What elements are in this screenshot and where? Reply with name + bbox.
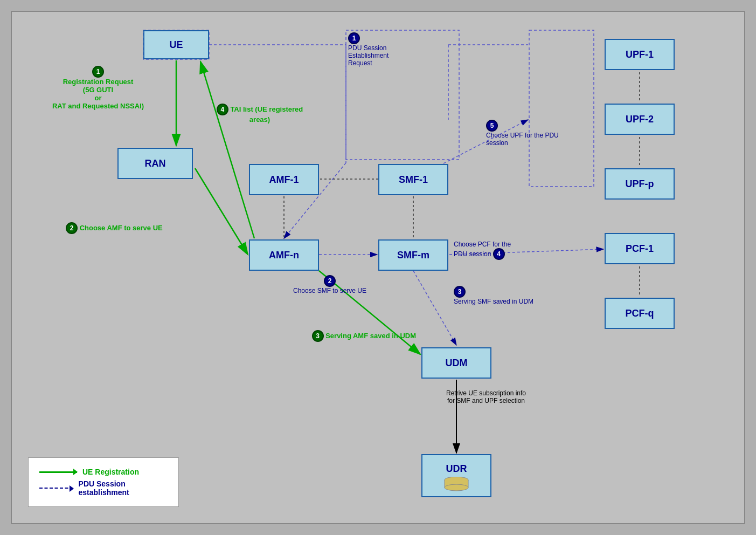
label-choose-smf: 2 Choose SMF to serve UE [276,275,384,294]
label-tai-list: 4 TAI list (UE registered areas) [206,104,314,124]
diagram: UE RAN AMF-1 AMF-n SMF-1 SMF-m UDM UDR [11,11,745,524]
svg-line-4 [195,168,248,255]
node-upfp: UPF-p [605,168,675,200]
label-pdu-request: 1 PDU Session EstablishmentRequest [348,32,429,67]
node-amfn: AMF-n [249,239,319,271]
label-choose-amf: 2 Choose AMF to serve UE [66,222,174,234]
db-icon [443,477,470,492]
node-ue: UE [143,30,209,59]
svg-rect-15 [529,30,594,187]
label-retrive-ue: Retrive UE subscription infofor SMF and … [432,389,540,404]
label-serving-smf: 3 Serving SMF saved in UDM [454,286,561,305]
legend: UE Registration PDU Session establishmen… [28,457,179,507]
node-ran: RAN [117,148,193,179]
node-upf1: UPF-1 [605,39,675,70]
legend-line-blue [39,488,73,489]
node-amf1: AMF-1 [249,164,319,195]
legend-pdu-session: PDU Session establishment [39,479,168,497]
legend-line-green [39,471,77,473]
node-pcfq: PCF-q [605,298,675,329]
label-choose-upf: 5 Choose UPF for the PDUsession [486,120,572,147]
node-smfm: SMF-m [378,239,448,271]
svg-line-13 [413,271,456,345]
node-smf1: SMF-1 [378,164,448,195]
label-choose-pcf: Choose PCF for thePDU session 4 [454,241,556,260]
label-serving-amf: 3 Serving AMF saved in UDM [297,330,416,342]
node-udm: UDM [421,347,491,379]
legend-ue-registration: UE Registration [39,468,168,476]
node-udr: UDR [421,454,491,497]
label-registration-request: 1 Registration Request(5G GUTIorRAT and … [44,66,152,110]
node-upf2: UPF-2 [605,104,675,135]
svg-point-30 [445,484,468,491]
node-pcf1: PCF-1 [605,233,675,264]
svg-line-6 [200,61,254,238]
